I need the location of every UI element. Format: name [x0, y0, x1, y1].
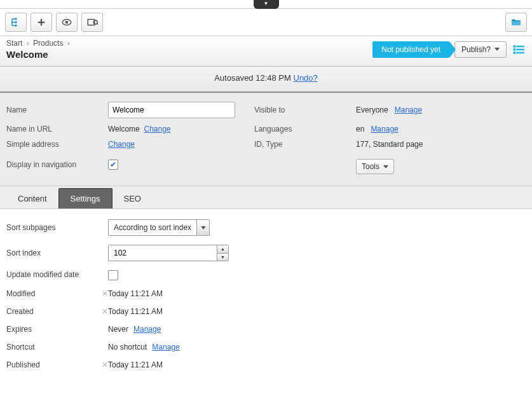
published-value: Today 11:21 AM [108, 360, 163, 369]
plus-icon [36, 17, 47, 28]
pin-icon[interactable]: ✕ [102, 289, 108, 298]
pin-icon[interactable]: ✕ [102, 360, 108, 369]
shortcut-value: No shortcut [108, 343, 147, 352]
assets-pane-button[interactable] [505, 13, 527, 32]
label-languages: Languages [254, 125, 356, 133]
label-published: Published [6, 360, 40, 369]
tools-button[interactable]: Tools [356, 159, 394, 174]
id-type-value: 177, Standard page [356, 140, 515, 149]
spin-up-button[interactable]: ▲ [217, 245, 228, 254]
tab-settings[interactable]: Settings [58, 188, 113, 208]
breadcrumb: Start › Products › [6, 39, 72, 48]
sort-subpages-select[interactable]: According to sort index [108, 219, 210, 236]
label-shortcut: Shortcut [6, 343, 108, 352]
manage-shortcut-link[interactable]: Manage [152, 343, 179, 352]
expires-value: Never [108, 325, 128, 334]
svg-rect-8 [517, 46, 524, 47]
label-name-url: Name in URL [6, 125, 108, 133]
svg-point-11 [514, 51, 515, 53]
svg-rect-2 [15, 25, 17, 27]
chevron-down-icon [494, 48, 500, 51]
chevron-down-icon [196, 220, 209, 235]
breadcrumb-item[interactable]: Products [33, 39, 63, 48]
svg-rect-10 [517, 49, 524, 50]
header: Start › Products › Welcome Not published… [0, 36, 532, 67]
created-value: Today 11:21 AM [108, 307, 163, 316]
label-modified: Modified [6, 289, 35, 298]
manage-expires-link[interactable]: Manage [133, 325, 161, 334]
svg-rect-12 [517, 52, 524, 53]
autosave-bar: Autosaved 12:48 PM Undo? [0, 67, 532, 93]
autosave-text: Autosaved 12:48 PM [214, 73, 291, 83]
label-update-modified: Update modified date [6, 270, 108, 280]
tabs: Content Settings SEO [0, 186, 532, 209]
svg-rect-1 [15, 22, 17, 24]
svg-point-4 [65, 21, 69, 24]
update-modified-checkbox[interactable] [108, 270, 118, 280]
label-display-nav: Display in navigation [6, 160, 108, 169]
sort-index-input[interactable] [109, 245, 217, 261]
svg-point-9 [514, 48, 515, 50]
manage-visibility-link[interactable]: Manage [395, 106, 422, 114]
svg-rect-0 [15, 18, 17, 20]
change-address-link[interactable]: Change [108, 140, 135, 149]
page-title: Welcome [6, 49, 72, 60]
toolbar [0, 9, 532, 36]
modified-value: Today 11:21 AM [108, 289, 163, 298]
undo-link[interactable]: Undo? [294, 73, 318, 83]
name-input[interactable] [108, 102, 235, 118]
chevron-right-icon: › [67, 39, 70, 48]
visible-to-value: Everyone [356, 106, 388, 114]
settings-panel: Sort subpages According to sort index So… [0, 209, 532, 388]
top-drag-handle[interactable]: ▼ [0, 0, 532, 9]
url-value: Welcome [108, 125, 140, 133]
tree-icon [10, 17, 22, 28]
tab-seo[interactable]: SEO [113, 189, 153, 208]
label-visible-to: Visible to [254, 106, 356, 114]
list-icon [512, 43, 525, 56]
tab-content[interactable]: Content [6, 189, 58, 208]
meta-panel: Name Visible to Everyone Manage Name in … [0, 93, 532, 186]
chevron-down-icon [383, 165, 388, 168]
add-button[interactable] [31, 13, 52, 32]
publish-button[interactable]: Publish? [454, 41, 507, 58]
label-sort-subpages: Sort subpages [6, 223, 108, 232]
label-simple-address: Simple address [6, 140, 108, 149]
manage-languages-link[interactable]: Manage [371, 125, 398, 133]
publish-label: Publish? [461, 45, 491, 54]
display-nav-checkbox[interactable] [108, 160, 118, 170]
svg-point-7 [514, 45, 515, 47]
tools-label: Tools [362, 162, 379, 171]
change-url-link[interactable]: Change [144, 125, 170, 133]
label-expires: Expires [6, 325, 108, 334]
status-badge: Not published yet [372, 41, 449, 58]
spin-down-button[interactable]: ▼ [217, 254, 228, 261]
breadcrumb-item[interactable]: Start [6, 39, 22, 48]
pin-icon[interactable]: ✕ [102, 307, 108, 316]
label-created: Created [6, 307, 34, 316]
compare-button[interactable] [81, 13, 103, 32]
label-id-type: ID, Type [254, 140, 356, 149]
sort-index-spinner[interactable]: ▲ ▼ [108, 245, 229, 261]
chevron-right-icon: › [27, 39, 29, 48]
expand-handle-icon[interactable]: ▼ [254, 0, 279, 9]
languages-value: en [356, 125, 364, 133]
options-list-button[interactable] [512, 43, 526, 57]
compare-icon [86, 17, 98, 28]
eye-icon [61, 17, 72, 28]
sort-subpages-value: According to sort index [109, 220, 196, 235]
tree-toggle-button[interactable] [5, 13, 27, 32]
preview-button[interactable] [56, 13, 78, 32]
label-name: Name [6, 106, 108, 114]
folder-icon [510, 17, 522, 28]
label-sort-index: Sort index [6, 249, 108, 257]
